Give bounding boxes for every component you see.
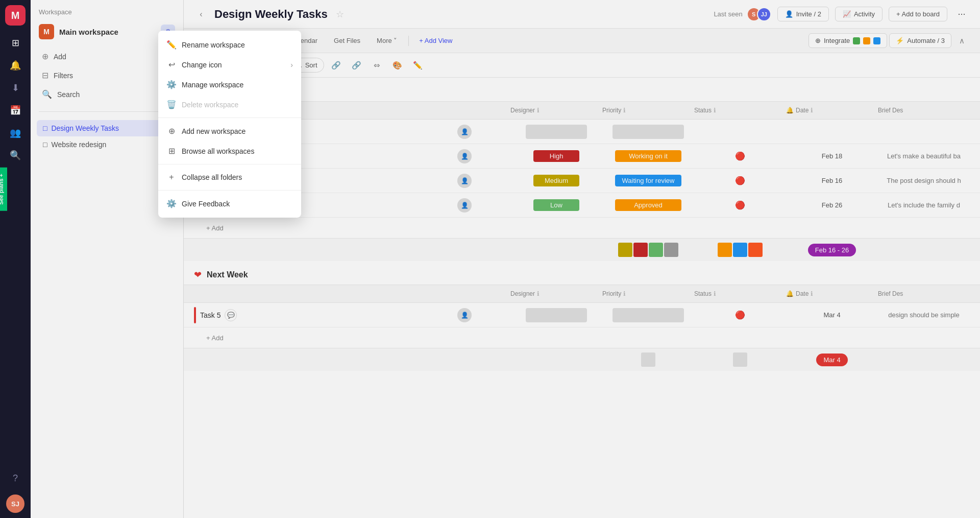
browse-icon: ⊞ — [166, 146, 177, 156]
dropdown-divider-1 — [158, 117, 301, 118]
feedback-icon: ⚙️ — [166, 199, 177, 208]
workspace-dropdown-menu: ✏️ Rename workspace ↩ Change icon › ⚙️ M… — [158, 31, 301, 218]
dropdown-manage-label: Manage workspace — [182, 81, 243, 89]
rename-icon: ✏️ — [166, 40, 177, 50]
chevron-right-icon: › — [290, 61, 293, 69]
dropdown-add-workspace[interactable]: ⊕ Add new workspace — [158, 121, 301, 141]
add-workspace-icon: ⊕ — [166, 126, 177, 136]
dropdown-delete-label: Delete workspace — [182, 101, 238, 109]
dropdown-collapse-label: Collapse all folders — [182, 173, 242, 181]
collapse-icon: + — [166, 173, 177, 182]
manage-icon: ⚙️ — [166, 80, 177, 89]
dropdown-feedback[interactable]: ⚙️ Give Feedback — [158, 194, 301, 214]
dropdown-manage[interactable]: ⚙️ Manage workspace — [158, 75, 301, 95]
change-icon-icon: ↩ — [166, 60, 177, 69]
dropdown-backdrop[interactable] — [0, 0, 980, 518]
dropdown-collapse-folders[interactable]: + Collapse all folders — [158, 168, 301, 187]
dropdown-divider-3 — [158, 190, 301, 191]
dropdown-feedback-label: Give Feedback — [182, 200, 230, 208]
dropdown-delete: 🗑️ Delete workspace — [158, 95, 301, 114]
dropdown-change-icon-label: Change icon — [182, 61, 222, 69]
dropdown-change-icon[interactable]: ↩ Change icon › — [158, 55, 301, 75]
dropdown-rename-label: Rename workspace — [182, 41, 245, 49]
dropdown-browse-label: Browse all workspaces — [182, 147, 254, 155]
dropdown-rename[interactable]: ✏️ Rename workspace — [158, 35, 301, 55]
dropdown-browse-workspaces[interactable]: ⊞ Browse all workspaces — [158, 141, 301, 161]
dropdown-add-workspace-label: Add new workspace — [182, 127, 246, 135]
dropdown-divider-2 — [158, 164, 301, 164]
delete-icon: 🗑️ — [166, 100, 177, 109]
